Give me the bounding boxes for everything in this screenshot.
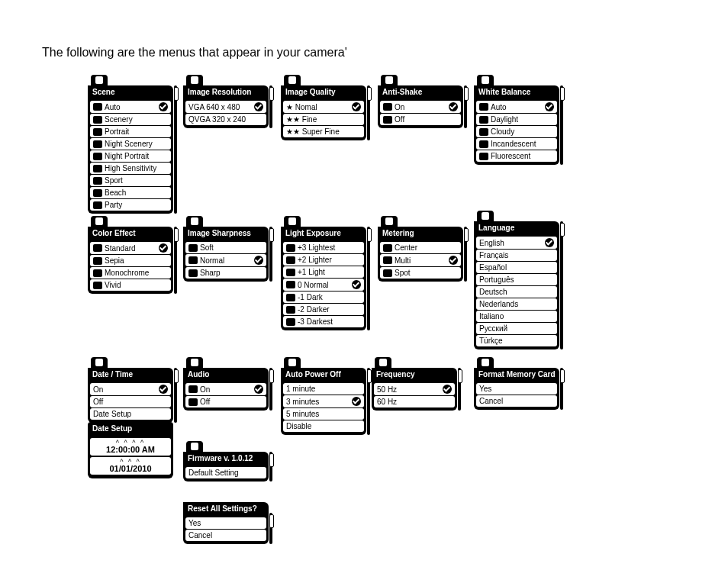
- item-label: Italiano: [479, 312, 554, 320]
- menu-item[interactable]: Date Setup: [90, 408, 171, 420]
- item-icon: [93, 201, 102, 209]
- menu-item[interactable]: Disable: [283, 420, 364, 432]
- menu-item[interactable]: ★ Nomal: [283, 101, 364, 113]
- menu-tab-icon: [477, 75, 494, 85]
- menu-item[interactable]: 3 minutes: [283, 395, 364, 407]
- menu-item[interactable]: High Sensitivity: [90, 163, 171, 174]
- menu-item[interactable]: Center: [380, 242, 461, 253]
- menu-item[interactable]: -1 Dark: [283, 292, 364, 303]
- menu-item[interactable]: Scenery: [90, 114, 171, 125]
- menu-item[interactable]: VGA 640 x 480: [185, 101, 266, 113]
- item-icon: [479, 116, 488, 124]
- menu-item[interactable]: Multi: [380, 254, 461, 266]
- menu-item[interactable]: Nederlands: [476, 298, 557, 310]
- menu-item[interactable]: Deutsch: [476, 286, 557, 298]
- menu-item[interactable]: Español: [476, 262, 557, 273]
- menu-item[interactable]: Cloudy: [476, 126, 557, 137]
- menu-item[interactable]: +1 Light: [283, 266, 364, 278]
- scrollbar[interactable]: [464, 85, 467, 128]
- menu-reset: Reset All Settings?YesCancel: [183, 502, 269, 544]
- menu-tab-icon: [186, 441, 203, 452]
- item-label: Cloudy: [491, 127, 554, 136]
- scrollbar[interactable]: [174, 227, 177, 294]
- menu-item[interactable]: -2 Darker: [283, 304, 364, 315]
- scrollbar[interactable]: [269, 368, 272, 411]
- menu-item[interactable]: Off: [185, 396, 266, 407]
- menu-item[interactable]: Fluorescent: [476, 150, 557, 162]
- menu-format: Format Memory CardYesCancel: [474, 357, 559, 410]
- scrollbar[interactable]: [560, 221, 563, 349]
- scrollbar[interactable]: [269, 85, 272, 128]
- menu-item[interactable]: On: [380, 101, 461, 113]
- menu-item[interactable]: Monochrome: [90, 267, 171, 279]
- menu-item[interactable]: Standard: [90, 242, 171, 254]
- menu-item[interactable]: +3 Lightest: [283, 242, 364, 253]
- scrollbar[interactable]: [174, 368, 177, 423]
- menu-item[interactable]: -3 Darkest: [283, 316, 364, 327]
- menu-item[interactable]: Off: [90, 396, 171, 407]
- date-value[interactable]: ^ ^ ^01/01/2010: [90, 457, 171, 475]
- menu-item[interactable]: Spot: [380, 267, 461, 279]
- menu-item[interactable]: Sharp: [185, 267, 266, 279]
- time-value[interactable]: ^ ^ ^ ^12:00:00 AM: [90, 438, 171, 456]
- scrollbar[interactable]: [269, 452, 272, 482]
- menu-title: Color Effect: [88, 227, 173, 240]
- menu-item[interactable]: Русский: [476, 323, 557, 334]
- menu-item[interactable]: Default Setting: [185, 467, 266, 478]
- scrollbar[interactable]: [269, 513, 272, 544]
- menu-item[interactable]: QVGA 320 x 240: [185, 114, 266, 125]
- menu-item[interactable]: 60 Hz: [374, 396, 455, 407]
- menu-item[interactable]: Italiano: [476, 311, 557, 322]
- check-icon: [352, 102, 361, 111]
- menu-sharpness: Image SharpnessSoftNormalSharp: [183, 216, 269, 282]
- scrollbar[interactable]: [367, 227, 370, 330]
- menu-item[interactable]: Night Scenery: [90, 138, 171, 150]
- menu-item[interactable]: Auto: [476, 101, 557, 113]
- menu-item[interactable]: Yes: [476, 383, 557, 395]
- menu-metering: MeteringCenterMultiSpot: [378, 216, 463, 282]
- menu-item[interactable]: Auto: [90, 101, 171, 113]
- menu-item[interactable]: 50 Hz: [374, 383, 455, 395]
- menu-item[interactable]: Sport: [90, 175, 171, 186]
- menu-item[interactable]: ★★ Super Fine: [283, 126, 364, 137]
- menu-item[interactable]: On: [185, 383, 266, 395]
- menu-item[interactable]: Soft: [185, 242, 266, 253]
- item-label: Normal: [200, 256, 254, 265]
- menu-item[interactable]: On: [90, 383, 171, 395]
- menu-item[interactable]: English: [476, 237, 557, 249]
- menu-item[interactable]: Vivid: [90, 279, 171, 291]
- menu-body: YesCancel: [474, 381, 559, 410]
- menu-item[interactable]: Daylight: [476, 114, 557, 125]
- menu-tab-icon: [91, 216, 108, 227]
- menu-item[interactable]: Party: [90, 199, 171, 211]
- menu-item[interactable]: Français: [476, 250, 557, 261]
- scrollbar[interactable]: [458, 368, 461, 411]
- menu-item[interactable]: Off: [380, 114, 461, 125]
- menu-item[interactable]: Beach: [90, 187, 171, 198]
- scrollbar[interactable]: [464, 227, 467, 282]
- menu-item[interactable]: Cancel: [476, 395, 557, 407]
- menu-item[interactable]: Night Portrait: [90, 150, 171, 162]
- scrollbar[interactable]: [367, 368, 370, 435]
- scrollbar[interactable]: [174, 85, 177, 214]
- menu-body: +3 Lightest+2 Lighter+1 Light0 Normal-1 …: [281, 240, 366, 330]
- scrollbar[interactable]: [560, 368, 563, 410]
- menu-item[interactable]: Português: [476, 274, 557, 285]
- menu-item[interactable]: Portrait: [90, 126, 171, 137]
- menu-item[interactable]: ★★ Fine: [283, 114, 364, 125]
- menu-item[interactable]: Türkçe: [476, 335, 557, 346]
- menu-item[interactable]: 0 Normal: [283, 279, 364, 291]
- scrollbar[interactable]: [560, 85, 563, 165]
- menu-item[interactable]: 1 minute: [283, 383, 364, 395]
- menu-tab-icon: [186, 75, 203, 85]
- scrollbar[interactable]: [367, 85, 370, 140]
- menu-item[interactable]: Normal: [185, 254, 266, 266]
- scrollbar[interactable]: [269, 227, 272, 282]
- menu-item[interactable]: Sepia: [90, 255, 171, 266]
- menu-item[interactable]: +2 Lighter: [283, 254, 364, 266]
- menu-item[interactable]: Yes: [185, 517, 266, 529]
- menu-item[interactable]: 5 minutes: [283, 408, 364, 420]
- item-icon: [93, 165, 102, 172]
- menu-item[interactable]: Cancel: [185, 530, 266, 541]
- menu-item[interactable]: Incandescent: [476, 138, 557, 150]
